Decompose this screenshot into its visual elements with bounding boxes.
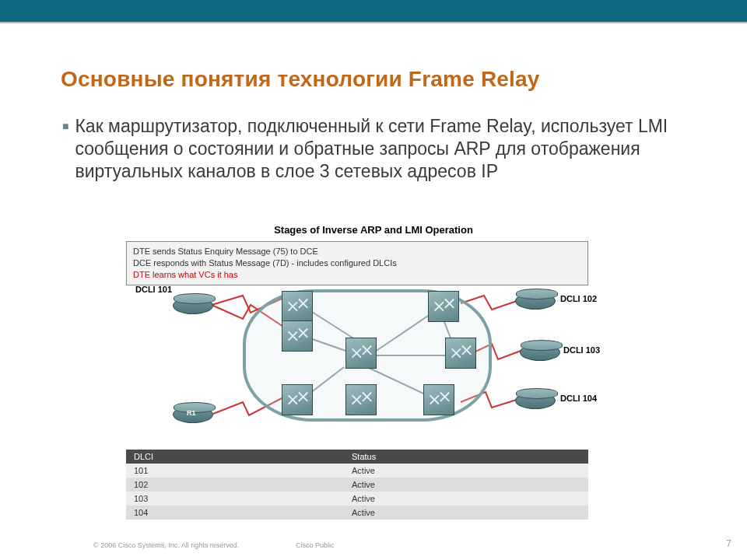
info-box: DTE sends Status Enquiry Message (75) to… bbox=[126, 241, 588, 285]
cell: 103 bbox=[126, 492, 344, 506]
cell: Active bbox=[344, 492, 588, 506]
cell: 104 bbox=[126, 506, 344, 520]
table-row: 104 Active bbox=[126, 506, 588, 520]
footer-copyright: © 2006 Cisco Systems, Inc. All rights re… bbox=[93, 541, 239, 549]
label-r1: R1 bbox=[187, 409, 196, 417]
table-head-row: DLCI Status bbox=[126, 450, 588, 464]
router-icon bbox=[515, 292, 556, 310]
cell: 101 bbox=[126, 464, 344, 478]
switch-icon bbox=[423, 384, 454, 415]
footer-public: Cisco Public bbox=[296, 541, 335, 549]
cell: Active bbox=[344, 464, 588, 478]
network-diagram: DCLI 101 R1 DCLI 102 DCLI 103 DCLI 104 bbox=[126, 282, 588, 448]
status-table: DLCI Status 101 Active 102 Active 103 Ac… bbox=[126, 450, 588, 520]
table-row: 103 Active bbox=[126, 492, 588, 506]
info-line-3: DTE learns what VCs it has bbox=[133, 269, 581, 281]
switch-icon bbox=[282, 384, 313, 415]
th-dlci: DLCI bbox=[126, 450, 344, 464]
info-line-2: DCE responds with Status Message (7D) - … bbox=[133, 257, 581, 269]
switch-icon bbox=[445, 338, 476, 369]
label-dlci103: DCLI 103 bbox=[563, 345, 600, 355]
label-dlci104: DCLI 104 bbox=[560, 394, 597, 403]
switch-icon bbox=[282, 320, 313, 352]
label-dlci101: DCLI 101 bbox=[135, 285, 172, 294]
cell: Active bbox=[344, 478, 588, 492]
switch-icon bbox=[345, 384, 377, 415]
cell: Active bbox=[344, 506, 588, 520]
bullet: ■ Как маршрутизатор, подключенный к сети… bbox=[62, 115, 693, 182]
bullet-text: Как маршрутизатор, подключенный к сети F… bbox=[75, 115, 693, 182]
table-row: 101 Active bbox=[126, 464, 588, 478]
footer-page-number: 7 bbox=[726, 538, 731, 549]
th-status: Status bbox=[344, 450, 588, 464]
cell: 102 bbox=[126, 478, 344, 492]
switch-icon bbox=[282, 291, 313, 322]
router-icon bbox=[515, 392, 556, 409]
router-icon bbox=[520, 344, 560, 361]
router-icon bbox=[173, 297, 213, 314]
switch-icon bbox=[345, 338, 377, 369]
top-accent bbox=[0, 22, 747, 23]
slide-title: Основные понятия технологии Frame Relay bbox=[61, 67, 699, 92]
diagram-title: Stages of Inverse ARP and LMI Operation bbox=[0, 224, 747, 236]
table-row: 102 Active bbox=[126, 478, 588, 492]
label-dlci102: DCLI 102 bbox=[560, 294, 597, 303]
info-line-1: DTE sends Status Enquiry Message (75) to… bbox=[133, 246, 581, 257]
switch-icon bbox=[428, 291, 459, 322]
top-bar bbox=[0, 0, 747, 22]
slide: Основные понятия технологии Frame Relay … bbox=[0, 0, 747, 560]
bullet-icon: ■ bbox=[62, 120, 68, 182]
